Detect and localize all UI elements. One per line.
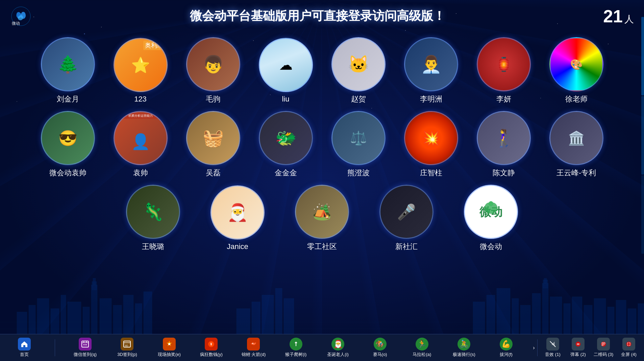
avatar-item-3[interactable]: 👦 毛驹 [182, 37, 244, 104]
avatar-circle-7: 🏮 [477, 37, 531, 91]
avatar-item-14[interactable]: 💥 庄智柱 [400, 111, 462, 178]
toolbar-marathon[interactable]: 🏃 马拉松(a) [410, 338, 434, 358]
cycling-label: 极速骑行(s) [453, 352, 475, 358]
avatar-item-10[interactable]: 积累分析运营能力 👤 袁帅 [109, 111, 172, 178]
toolbar-home[interactable]: 首页 [13, 338, 36, 358]
avatar-item-18[interactable]: 🎅 Janice [204, 185, 271, 251]
avatar-name-12: 金金金 [275, 168, 297, 178]
avatar-name-15: 陈文静 [493, 168, 515, 178]
avatar-row-3: 🦎 王晓璐 🎅 Janice 🏕️ 零工社区 🎤 新社汇 [14, 181, 630, 255]
avatar-item-11[interactable]: 🧺 吴磊 [182, 111, 244, 178]
sound-icon [546, 338, 559, 351]
monkey-label: 猴子爬树(i) [285, 352, 307, 358]
toolbar-fullscreen[interactable]: 全屏 (4) [619, 338, 639, 358]
avatar-circle-4: ☁ [259, 38, 313, 92]
toolbar-arrow[interactable]: › [530, 339, 537, 356]
logo: 微动 [10, 6, 32, 26]
count-number: 21 [603, 6, 623, 26]
avatar-item-4[interactable]: ☁ liu [254, 38, 317, 104]
avatar-circle-12: 🐲 [259, 111, 313, 165]
avatar-item-20[interactable]: 🎤 新社汇 [373, 185, 440, 252]
avatar-item-5[interactable]: 🐱 赵贺 [327, 37, 390, 104]
avatar-item-21[interactable]: 微动 微会动 [457, 185, 525, 252]
avatar-name-1: 刘金月 [57, 94, 79, 104]
avatar-item-1[interactable]: 🌲 刘金月 [36, 37, 99, 104]
barrage-label: 弹幕 (2) [570, 352, 586, 358]
battle-icon: 💪 [500, 338, 513, 351]
avatar-name-5: 赵贺 [351, 94, 366, 104]
avatar-name-7: 李妍 [496, 94, 511, 104]
avatar-name-8: 徐老师 [565, 94, 588, 104]
avatar-name-19: 零工社区 [307, 242, 337, 252]
avatar-name-9: 微会动袁帅 [49, 168, 86, 178]
svg-point-46 [85, 344, 86, 345]
barrage-icon [572, 338, 585, 351]
toolbar-cycling[interactable]: 🚴 极速骑行(s) [452, 338, 476, 358]
avatar-name-11: 吴磊 [206, 168, 221, 178]
avatar-circle-19: 🏕️ [295, 185, 349, 239]
avatar-circle-5: 🐱 [331, 37, 386, 91]
toolbar-race[interactable]: 🏇 赛马(o) [368, 338, 392, 358]
count-unit: 人 [624, 13, 634, 26]
toolbar-santa[interactable]: 🎅 圣诞老人(i) [326, 338, 350, 358]
cash-label: 疯狂数钱(y) [200, 352, 223, 358]
svg-rect-63 [604, 344, 604, 345]
race-label: 赛马(o) [373, 352, 387, 358]
avatar-circle-1: 🌲 [41, 37, 95, 91]
avatar-name-10: 袁帅 [133, 168, 148, 178]
avatar-circle-13: ⚖️ [331, 111, 386, 165]
avatar-item-6[interactable]: 👨‍💼 李明洲 [400, 37, 462, 104]
3d-checkin-icon: 3D [121, 338, 133, 351]
user-count: 21 人 [603, 6, 634, 26]
svg-point-47 [86, 344, 87, 345]
toolbar-koi[interactable]: 锦鲤 火箭(d) [242, 338, 266, 358]
avatar-item-16[interactable]: 🏛️ 王云峰-专利 [545, 111, 608, 178]
race-icon: 🏇 [374, 338, 387, 351]
santa-label: 圣诞老人(i) [327, 352, 349, 358]
fullscreen-label: 全屏 (4) [621, 352, 637, 358]
avatar-name-21: 微会动 [480, 242, 502, 252]
wechat-checkin-icon [79, 338, 92, 351]
avatar-item-8[interactable]: 🎨 徐老师 [545, 37, 608, 104]
avatar-name-13: 熊澄波 [347, 168, 370, 178]
avatar-circle-20: 🎤 [379, 185, 434, 239]
svg-point-56 [576, 342, 581, 347]
avatar-item-15[interactable]: 🚶‍♀️ 陈文静 [472, 111, 535, 178]
toolbar-3d-checkin[interactable]: 3D 3D签到(p) [115, 338, 139, 358]
marathon-label: 马拉松(a) [413, 352, 431, 358]
toolbar-right: 音效 (1) 弹幕 (2) [538, 338, 644, 358]
avatar-item-7[interactable]: 🏮 李妍 [472, 37, 535, 104]
avatar-name-6: 李明洲 [420, 94, 442, 104]
divider-1 [55, 339, 55, 356]
toolbar-sound[interactable]: 音效 (1) [543, 338, 563, 358]
koi-label: 锦鲤 火箭(d) [242, 352, 266, 358]
toolbar-barrage[interactable]: 弹幕 (2) [568, 338, 588, 358]
santa-icon: 🎅 [331, 338, 344, 351]
3d-checkin-label: 3D签到(p) [117, 352, 137, 358]
toolbar-monkey[interactable]: 猴子爬树(i) [284, 338, 308, 358]
lottery-icon [163, 338, 176, 351]
avatar-item-12[interactable]: 🐲 金金金 [254, 111, 317, 178]
toolbar-cash[interactable]: ¥ 疯狂数钱(y) [199, 338, 223, 358]
svg-point-53 [252, 343, 253, 344]
svg-point-45 [83, 344, 84, 345]
toolbar: 首页 微信签到(q) [0, 334, 644, 361]
avatar-circle-18: 🎅 [210, 185, 265, 240]
avatar-grid: 🌲 刘金月 奥利给 ⭐ 123 👦 毛驹 ☁ [0, 30, 644, 334]
toolbar-battle[interactable]: 💪 拔河(f) [494, 338, 518, 358]
avatar-item-9[interactable]: 😎 微会动袁帅 [36, 111, 99, 178]
avatar-row-2: 😎 微会动袁帅 积累分析运营能力 👤 袁帅 🧺 吴磊 🐲 [14, 108, 630, 181]
toolbar-wechat-checkin[interactable]: 微信签到(q) [73, 338, 97, 358]
avatar-item-19[interactable]: 🏕️ 零工社区 [288, 185, 356, 252]
right-decoration [641, 17, 644, 254]
avatar-item-13[interactable]: ⚖️ 熊澄波 [327, 111, 390, 178]
avatar-circle-21: 微动 [464, 185, 518, 239]
cash-icon: ¥ [205, 338, 218, 351]
toolbar-lottery[interactable]: 现场抽奖(e) [157, 338, 181, 358]
toolbar-qrcode[interactable]: 二维码 (3) [593, 338, 614, 358]
battle-label: 拔河(f) [500, 352, 513, 358]
avatar-name-3: 毛驹 [206, 94, 221, 104]
avatar-item-17[interactable]: 🦎 王晓璐 [119, 185, 187, 252]
avatar-item-2[interactable]: 奥利给 ⭐ 123 [109, 38, 172, 104]
avatar-name-2: 123 [134, 95, 147, 104]
